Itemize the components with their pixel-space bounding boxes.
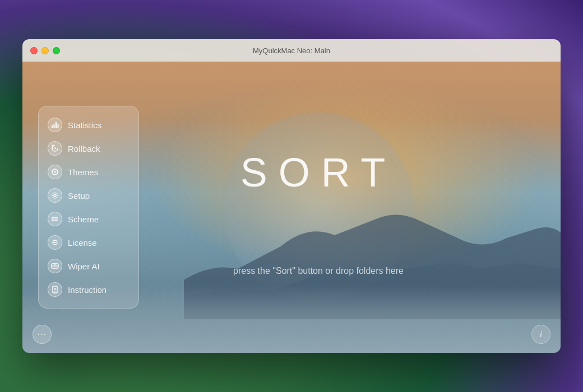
minimize-button[interactable]: [41, 47, 49, 54]
rollback-label: Rollback: [68, 144, 100, 153]
statistics-label: Statistics: [68, 120, 101, 130]
sidebar: StatisticsRollbackThemesSetupSchemeLicen…: [38, 106, 139, 309]
statistics-icon: [48, 118, 62, 132]
titlebar: MyQuickMac Neo: Main: [22, 39, 561, 62]
wiper-ai-label: Wiper AI: [68, 262, 100, 271]
svg-point-20: [54, 264, 55, 265]
sort-subtitle: press the "Sort" button or drop folders …: [233, 266, 404, 276]
rollback-icon: [48, 141, 62, 156]
themes-label: Themes: [68, 167, 98, 177]
license-icon: [48, 235, 62, 250]
sidebar-item-instruction[interactable]: Instruction: [39, 278, 138, 301]
sidebar-item-wiper-ai[interactable]: Wiper AI: [39, 254, 138, 278]
sidebar-item-statistics[interactable]: Statistics: [39, 113, 138, 137]
sidebar-item-license[interactable]: License: [39, 231, 138, 254]
wiper-ai-icon: [48, 259, 62, 273]
instruction-icon: [48, 282, 62, 297]
close-button[interactable]: [30, 47, 38, 54]
svg-point-13: [52, 218, 53, 220]
more-button[interactable]: ···: [33, 325, 52, 344]
setup-icon: [48, 188, 62, 203]
instruction-label: Instruction: [68, 285, 107, 295]
main-window: MyQuickMac Neo: Main SORT press the "Sor…: [22, 39, 561, 353]
window-title: MyQuickMac Neo: Main: [253, 46, 330, 55]
sidebar-item-setup[interactable]: Setup: [39, 184, 138, 207]
svg-rect-0: [52, 125, 53, 128]
scheme-label: Scheme: [68, 214, 99, 224]
sidebar-item-scheme[interactable]: Scheme: [39, 207, 138, 231]
scheme-icon: [48, 212, 62, 226]
svg-rect-1: [54, 124, 55, 128]
themes-icon: [48, 165, 62, 179]
svg-rect-2: [55, 122, 57, 128]
setup-label: Setup: [68, 191, 90, 200]
svg-point-12: [52, 217, 53, 218]
sidebar-item-themes[interactable]: Themes: [39, 160, 138, 184]
maximize-button[interactable]: [53, 47, 60, 54]
sidebar-item-rollback[interactable]: Rollback: [39, 137, 138, 160]
info-button[interactable]: i: [531, 325, 550, 344]
license-label: License: [68, 238, 97, 248]
svg-point-7: [54, 171, 56, 173]
traffic-lights: [30, 47, 60, 54]
svg-point-17: [53, 242, 54, 243]
sort-title[interactable]: SORT: [240, 150, 397, 195]
svg-rect-3: [58, 124, 59, 128]
window-content: SORT press the "Sort" button or drop fol…: [22, 62, 561, 353]
svg-point-8: [54, 194, 56, 197]
svg-point-14: [52, 220, 53, 221]
